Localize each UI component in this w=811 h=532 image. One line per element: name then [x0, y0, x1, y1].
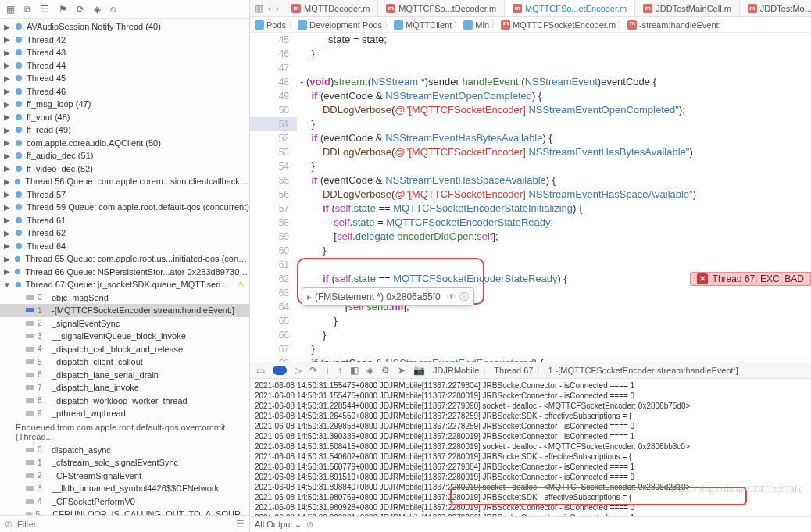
gutter[interactable]: 49 [250, 89, 297, 103]
toolbar-icon[interactable]: ⧉ [24, 4, 31, 15]
disclosure-icon[interactable]: ▶ [3, 35, 11, 44]
code-line[interactable]: 52 if (eventCode & NSStreamEventHasBytes… [250, 131, 811, 145]
gutter[interactable]: 45 [250, 33, 297, 47]
thread-row[interactable]: ▶ ff_video_dec (52) [0, 162, 249, 176]
thread-row[interactable]: ▶ AVAudioSession Notify Thread (40) [0, 20, 249, 34]
step-out-icon[interactable]: ↑ [338, 365, 342, 376]
toolbar-icon[interactable]: ⎋ [110, 4, 116, 15]
code-line[interactable]: 59 [self.delegate encoderDidOpen:self]; [250, 230, 811, 244]
console-breadcrumb-seg[interactable]: JDJRMobile [433, 366, 479, 375]
toolbar-icon[interactable]: ⟳ [77, 4, 84, 15]
stack-frame[interactable]: 2 _CFStreamSignalEvent [0, 470, 249, 483]
toggle-panel-icon[interactable]: ▭ [256, 365, 265, 376]
gutter[interactable]: 47 [250, 61, 297, 75]
debug-value-popup[interactable]: ▸ (FMStatement *) 0x2806a55f0 👁ⓘ [302, 287, 474, 306]
clear-icon[interactable]: ⊘ [306, 520, 313, 530]
stack-frame[interactable]: 9 _pthread_wqthread [0, 407, 249, 420]
gutter[interactable]: 58 [250, 216, 297, 230]
disclosure-icon[interactable]: ▶ [3, 190, 11, 198]
toolbar-icon[interactable]: ◈ [94, 4, 101, 15]
debug-view-icon[interactable]: ◧ [350, 365, 359, 376]
code-line[interactable]: 48- (void)stream:(NSStream *)sender hand… [250, 75, 811, 89]
screenshot-icon[interactable]: 📷 [413, 365, 425, 376]
stack-frame[interactable]: 5 _CFRUNLOOP_IS_CALLING_OUT_TO_A_SOURCE0… [0, 508, 249, 515]
disclosure-icon[interactable]: ▶ [3, 23, 11, 31]
thread-row[interactable]: ▶ ff_audio_dec (51) [0, 149, 249, 162]
stack-frame[interactable]: 0 objc_msgSend [0, 291, 249, 305]
breadcrumb-segment[interactable]: Pods [255, 20, 286, 30]
stack-frame[interactable]: 3 __signalEventQueue_block_invoke [0, 330, 249, 343]
code-line[interactable]: 49 if (eventCode & NSStreamEventOpenComp… [250, 89, 811, 103]
disclosure-icon[interactable]: ▶ [3, 267, 10, 276]
thread-tree[interactable]: ▶ AVAudioSession Notify Thread (40)▶ Thr… [0, 19, 249, 515]
disclosure-icon[interactable]: ▶ [3, 100, 11, 109]
thread-row[interactable]: ▼ Thread 67 Queue: jr_socketSDK.queue_MQ… [0, 278, 249, 291]
breakpoint-toggle[interactable] [273, 366, 287, 375]
thread-row[interactable]: ▶ Thread 66 Queue: NSPersistentStor...at… [0, 266, 249, 279]
code-line[interactable]: 56 DDLogVerbose(@"[MQTTCFSocketEncoder] … [250, 187, 811, 202]
code-line[interactable]: 51 } [250, 117, 811, 131]
stack-frame[interactable]: 1 -[MQTTCFSocketEncoder stream:handleEve… [0, 304, 249, 317]
filter-input[interactable] [17, 520, 231, 529]
thread-row[interactable]: ▶ ff_read (49) [0, 123, 249, 137]
editor-tab[interactable]: mJDDTestMainCell.m [635, 0, 740, 16]
thread-row[interactable]: ▶ Thread 62 [0, 227, 249, 240]
code-line[interactable]: 67 } [250, 342, 811, 356]
code-line[interactable]: 55 if (eventCode & NSStreamEventHasSpace… [250, 173, 811, 187]
code-line[interactable]: 58 self.state = MQTTCFSocketEncoderState… [250, 216, 811, 230]
thread-row[interactable]: ▶ Thread 45 [0, 72, 249, 85]
code-line[interactable]: 57 if (self.state == MQTTCFSocketEncoder… [250, 202, 811, 216]
gutter[interactable]: 68 [250, 356, 297, 362]
disclosure-icon[interactable]: ▶ [3, 255, 10, 263]
forward-icon[interactable]: › [276, 3, 279, 14]
code-line[interactable]: 47 [250, 61, 811, 75]
code-line[interactable]: 68 if (eventCode & NSStreamEventEndEncou… [250, 356, 811, 362]
error-banner[interactable]: ✕ Thread 67: EXC_BAD [690, 272, 811, 286]
disclosure-icon[interactable]: ▶ [3, 152, 11, 160]
gutter[interactable]: 63 [250, 286, 297, 300]
gutter[interactable]: 57 [250, 202, 297, 216]
breadcrumb-segment[interactable]: Min [463, 20, 489, 30]
thread-row[interactable]: ▶ Thread 46 [0, 85, 249, 98]
stack-frame[interactable]: 3 __lldb_unnamed_symbol4426$$CFNetwork [0, 482, 249, 495]
code-line[interactable]: 46 } [250, 47, 811, 61]
breadcrumb-segment[interactable]: -stream:handleEvent: [627, 20, 721, 30]
disclosure-icon[interactable]: ▶ [3, 229, 11, 237]
back-icon[interactable]: ‹ [268, 3, 271, 14]
code-editor[interactable]: 45 _state = state;46 }4748- (void)stream… [250, 33, 811, 362]
thread-row[interactable]: ▶ com.apple.coreaudio.AQClient (50) [0, 137, 249, 150]
disclosure-icon[interactable]: ▼ [3, 280, 11, 289]
thread-row[interactable]: ▶ Thread 44 [0, 59, 249, 73]
step-over-icon[interactable]: ↷ [309, 365, 317, 376]
disclosure-icon[interactable]: ▶ [3, 177, 10, 186]
breadcrumb-segment[interactable]: Development Pods [298, 20, 382, 30]
thread-row[interactable]: ▶ Thread 42 [0, 34, 249, 47]
code-line[interactable]: 45 _state = state; [250, 33, 811, 47]
disclosure-icon[interactable]: ▶ [3, 241, 11, 250]
gutter[interactable]: 51 [250, 117, 297, 131]
stack-frame[interactable]: 4 _dispatch_call_block_and_release [0, 343, 249, 356]
toolbar-icon[interactable]: ⚑ [59, 4, 67, 15]
stack-frame[interactable]: 8 _dispatch_workloop_worker_thread [0, 395, 249, 408]
disclosure-icon[interactable]: ▶ [3, 61, 11, 70]
console-breadcrumb-seg[interactable]: Thread 67 [494, 366, 533, 375]
thread-row[interactable]: ▶ Thread 43 [0, 46, 249, 59]
gutter[interactable]: 48 [250, 75, 297, 89]
step-into-icon[interactable]: ↓ [325, 365, 330, 376]
toolbar-icon[interactable]: ▦ [6, 4, 15, 15]
disclosure-icon[interactable]: ▶ [3, 126, 11, 134]
stack-frame[interactable]: 5 _dispatch_client_callout [0, 355, 249, 369]
gutter[interactable]: 56 [250, 187, 297, 202]
editor-tab[interactable]: mMQTTCFSo...etEncoder.m [505, 0, 635, 16]
disclosure-icon[interactable]: ▶ [3, 48, 11, 57]
thread-row[interactable]: ▶ Thread 64 [0, 240, 249, 253]
code-line[interactable]: 61 [250, 258, 811, 272]
output-filter[interactable]: All Output ⌄ [255, 520, 302, 530]
location-icon[interactable]: ➤ [398, 365, 406, 376]
gutter[interactable]: 61 [250, 258, 297, 272]
code-line[interactable]: 66 } [250, 328, 811, 342]
disclosure-icon[interactable]: ▶ [3, 164, 11, 173]
thread-row[interactable]: ▶ ff_msg_loop (47) [0, 98, 249, 111]
thread-row[interactable]: ▶ ff_vout (48) [0, 111, 249, 124]
breadcrumb-segment[interactable]: MQTTCFSocketEncoder.m [501, 20, 616, 30]
